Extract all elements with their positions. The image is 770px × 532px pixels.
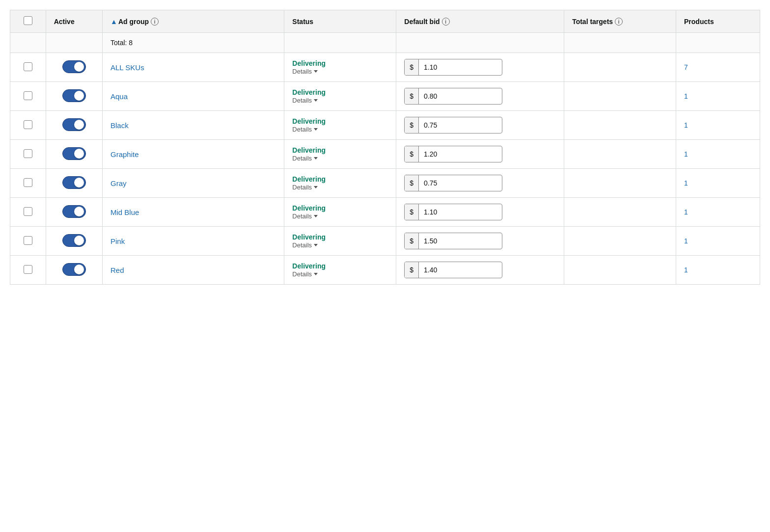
- row-checkbox[interactable]: [24, 265, 32, 274]
- bid-input-wrapper: $: [404, 59, 502, 76]
- total-bid-cell: [396, 33, 564, 53]
- row-products-cell: 1: [676, 227, 760, 256]
- table-container: Active ▲ Ad group i Status Default bid i: [0, 0, 770, 532]
- bid-input[interactable]: [419, 59, 483, 75]
- default-bid-info-icon[interactable]: i: [442, 18, 450, 26]
- bid-input-wrapper: $: [404, 204, 502, 220]
- products-link[interactable]: 7: [684, 63, 688, 71]
- header-ad-group: ▲ Ad group i: [103, 10, 284, 33]
- bid-input[interactable]: [419, 204, 483, 220]
- status-delivering: Delivering: [292, 88, 388, 96]
- products-link[interactable]: 1: [684, 179, 688, 187]
- products-link[interactable]: 1: [684, 237, 688, 245]
- chevron-down-icon: [314, 128, 318, 131]
- chevron-down-icon: [314, 157, 318, 160]
- details-link[interactable]: Details: [292, 155, 318, 162]
- ad-group-link[interactable]: Aqua: [110, 92, 128, 101]
- details-link[interactable]: Details: [292, 126, 318, 133]
- bid-input[interactable]: [419, 233, 483, 249]
- row-active-cell: [46, 256, 102, 285]
- row-checkbox[interactable]: [24, 120, 32, 129]
- chevron-down-icon: [314, 244, 318, 246]
- row-targets-cell: [564, 169, 676, 198]
- row-checkbox-cell: [10, 53, 46, 82]
- ad-group-link[interactable]: Graphite: [110, 150, 139, 159]
- row-bid-cell: $: [396, 256, 564, 285]
- chevron-down-icon: [314, 70, 318, 73]
- bid-input[interactable]: [419, 146, 483, 162]
- row-bid-cell: $: [396, 111, 564, 140]
- active-toggle[interactable]: [62, 89, 86, 102]
- ad-group-link[interactable]: Mid Blue: [110, 208, 139, 216]
- ad-group-link[interactable]: Black: [110, 121, 129, 130]
- bid-input-wrapper: $: [404, 88, 502, 105]
- row-targets-cell: [564, 227, 676, 256]
- bid-dollar-sign: $: [405, 146, 419, 162]
- row-status-cell: Delivering Details: [284, 140, 396, 169]
- row-active-cell: [46, 198, 102, 227]
- bid-input[interactable]: [419, 117, 483, 133]
- row-products-cell: 1: [676, 140, 760, 169]
- header-default-bid: Default bid i: [396, 10, 564, 33]
- table-row: Mid Blue Delivering Details $ 1: [10, 198, 760, 227]
- products-link[interactable]: 1: [684, 121, 688, 129]
- row-checkbox[interactable]: [24, 91, 32, 100]
- row-ad-group-cell: Graphite: [103, 140, 284, 169]
- sort-arrow-icon[interactable]: ▲: [110, 18, 117, 26]
- row-checkbox[interactable]: [24, 236, 32, 245]
- header-active-label: Active: [54, 18, 75, 26]
- total-active-cell: [46, 33, 102, 53]
- active-toggle[interactable]: [62, 205, 86, 218]
- row-checkbox-cell: [10, 82, 46, 111]
- row-checkbox[interactable]: [24, 178, 32, 187]
- total-status-cell: [284, 33, 396, 53]
- bid-input[interactable]: [419, 88, 483, 104]
- ad-group-link[interactable]: Pink: [110, 237, 125, 245]
- details-link[interactable]: Details: [292, 213, 318, 220]
- status-delivering: Delivering: [292, 117, 388, 125]
- status-delivering: Delivering: [292, 204, 388, 212]
- bid-input[interactable]: [419, 262, 483, 278]
- toggle-knob: [74, 149, 84, 159]
- select-all-checkbox[interactable]: [24, 16, 32, 25]
- row-checkbox[interactable]: [24, 62, 32, 71]
- row-checkbox-cell: [10, 169, 46, 198]
- details-link[interactable]: Details: [292, 270, 318, 278]
- row-active-cell: [46, 53, 102, 82]
- products-link[interactable]: 1: [684, 208, 688, 216]
- row-status-cell: Delivering Details: [284, 198, 396, 227]
- header-ad-group-label: Ad group: [118, 18, 149, 26]
- total-row: Total: 8: [10, 33, 760, 53]
- ad-group-link[interactable]: Red: [110, 266, 124, 274]
- active-toggle[interactable]: [62, 263, 86, 276]
- total-products-cell: [676, 33, 760, 53]
- details-link[interactable]: Details: [292, 97, 318, 104]
- bid-input[interactable]: [419, 175, 483, 191]
- active-toggle[interactable]: [62, 234, 86, 247]
- row-targets-cell: [564, 198, 676, 227]
- details-link[interactable]: Details: [292, 241, 318, 249]
- ad-group-link[interactable]: Gray: [110, 179, 127, 187]
- status-delivering: Delivering: [292, 262, 388, 270]
- row-checkbox[interactable]: [24, 149, 32, 158]
- active-toggle[interactable]: [62, 176, 86, 189]
- total-targets-info-icon[interactable]: i: [615, 18, 623, 26]
- details-link[interactable]: Details: [292, 184, 318, 191]
- products-link[interactable]: 1: [684, 266, 688, 274]
- total-targets-cell: [564, 33, 676, 53]
- details-link[interactable]: Details: [292, 68, 318, 75]
- row-status-cell: Delivering Details: [284, 227, 396, 256]
- ad-group-info-icon[interactable]: i: [151, 18, 159, 26]
- total-checkbox-cell: [10, 33, 46, 53]
- products-link[interactable]: 1: [684, 92, 688, 100]
- active-toggle[interactable]: [62, 118, 86, 131]
- row-ad-group-cell: Mid Blue: [103, 198, 284, 227]
- table-row: Black Delivering Details $ 1: [10, 111, 760, 140]
- active-toggle[interactable]: [62, 147, 86, 160]
- products-link[interactable]: 1: [684, 150, 688, 158]
- chevron-down-icon: [314, 215, 318, 217]
- row-checkbox[interactable]: [24, 207, 32, 216]
- active-toggle[interactable]: [62, 60, 86, 73]
- ad-group-link[interactable]: ALL SKUs: [110, 63, 144, 72]
- header-active: Active: [46, 10, 102, 33]
